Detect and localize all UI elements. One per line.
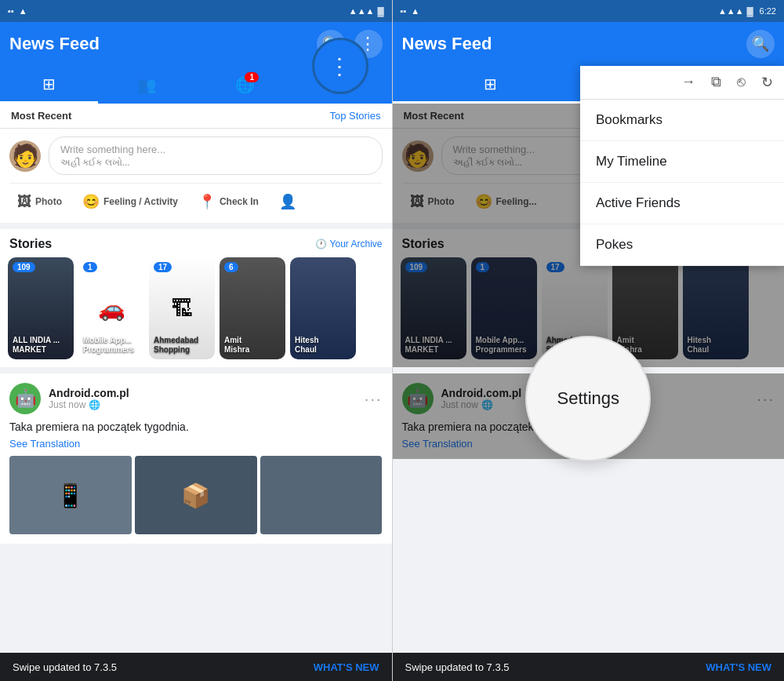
sim-icon: ▪▪: [8, 6, 14, 16]
feed-filter-top-stories[interactable]: Top Stories: [329, 110, 380, 122]
left-bottom-bar: Swipe updated to 7.3.5 WHAT'S NEW: [0, 653, 392, 681]
share-icon[interactable]: ⎋: [737, 74, 746, 91]
right-search-button[interactable]: 🔍: [746, 30, 775, 58]
story-2-image: 🚗: [98, 296, 125, 322]
story-label-5: HiteshChaul: [295, 336, 319, 355]
dropdown-item-bookmarks[interactable]: Bookmarks: [580, 100, 784, 141]
story-card-2[interactable]: 1 Mobile App...Programmers 🚗: [78, 257, 144, 359]
story-label-1: ALL INDIA ...MARKET: [13, 336, 60, 355]
post-author-details: Android.com.pl Just now 🌐: [49, 387, 129, 410]
photo-button[interactable]: 🖼 Photo: [9, 188, 70, 215]
nav-tab-friends[interactable]: 👥: [98, 66, 196, 104]
post-header-1: 🤖 Android.com.pl Just now 🌐 ···: [9, 383, 383, 414]
story-label-2: Mobile App...Programmers: [83, 336, 134, 355]
checkin-label: Check In: [220, 196, 259, 207]
right-story-label-5: HiteshChaul: [688, 336, 712, 355]
story-card-1[interactable]: 109 ALL INDIA ...MARKET: [8, 257, 74, 359]
story-label-4: AmitMishra: [224, 336, 249, 355]
story-3-image: 🏗: [171, 296, 193, 322]
dropdown-item-active-friends[interactable]: Active Friends: [580, 183, 784, 224]
feed-filter-most-recent[interactable]: Most Recent: [11, 110, 71, 122]
feeling-activity-button[interactable]: 😊 Feeling / Activity: [74, 188, 186, 215]
right-story-badge-2: 1: [476, 262, 490, 272]
left-app-title: News Feed: [9, 34, 100, 54]
right-whats-new-button[interactable]: WHAT'S NEW: [706, 661, 771, 673]
post-time: Just now: [49, 399, 85, 410]
stories-section: Stories 🕐 Your Archive 109 ALL INDIA ...…: [0, 229, 392, 367]
copy-icon[interactable]: ⧉: [711, 74, 721, 91]
settings-highlight-circle[interactable]: Settings: [525, 336, 651, 461]
post-author-name[interactable]: Android.com.pl: [49, 387, 129, 399]
post-card-1: 🤖 Android.com.pl Just now 🌐 ··· Taka pre…: [0, 373, 392, 544]
tag-button[interactable]: 👤: [271, 188, 304, 215]
photo-label: Photo: [35, 196, 62, 207]
your-archive-link[interactable]: 🕐 Your Archive: [315, 239, 383, 249]
post-more-button[interactable]: ···: [365, 390, 383, 408]
stories-scroll-container: 109 ALL INDIA ...MARKET 1 Mobile App...P…: [0, 257, 392, 359]
story-badge-3: 17: [154, 262, 172, 272]
friends-icon: 👥: [137, 75, 157, 94]
right-avatar-image: 🧑: [404, 143, 431, 169]
right-story-5: HiteshChaul: [683, 257, 749, 359]
story-card-5[interactable]: HiteshChaul: [290, 257, 356, 359]
post-text: Taka premiera na początek tygodnia.: [9, 421, 383, 433]
archive-label: Your Archive: [330, 239, 383, 249]
right-network-icon: ▲▲▲: [718, 6, 744, 16]
forward-icon[interactable]: →: [681, 74, 695, 91]
dropdown-browser-actions: → ⧉ ⎋ ↻: [580, 66, 784, 100]
dropdown-item-my-timeline[interactable]: My Timeline: [580, 141, 784, 183]
post-meta: Just now 🌐: [49, 399, 129, 410]
feeling-icon: 😊: [82, 193, 100, 210]
check-in-button[interactable]: 📍 Check In: [191, 188, 267, 215]
right-story-4: AmitMishra: [612, 257, 678, 359]
story-label-3: AhmedabadShopping: [154, 336, 198, 355]
menu-highlight-circle: ⋮: [312, 38, 368, 94]
right-photo-icon: 🖼: [410, 194, 424, 210]
refresh-icon[interactable]: ↻: [761, 74, 773, 91]
post-images: 📱 📦: [9, 456, 383, 534]
globe-badge: 1: [245, 72, 259, 82]
right-sim-icon: ▪▪: [401, 6, 407, 16]
post-thumb-1: 📱: [9, 456, 132, 534]
post-audience-icon: 🌐: [89, 399, 100, 410]
right-app-title: News Feed: [402, 34, 492, 54]
feed-filter-bar: Most Recent Top Stories: [0, 104, 392, 129]
left-panel-content: Most Recent Top Stories 🧑 Write somethin…: [0, 104, 392, 681]
signal-icon: ▲▲▲: [349, 6, 375, 16]
right-battery-icon: ▓: [747, 6, 753, 16]
right-status-bar: ▪▪ ▲ ▲▲▲ ▓ 6:22: [393, 0, 785, 22]
newsfeed-icon: ⊞: [42, 75, 56, 93]
status-bar-left-icons: ▪▪ ▲: [8, 6, 27, 16]
active-friends-label: Active Friends: [596, 195, 681, 210]
right-feeling-label: Feeling...: [496, 196, 537, 207]
settings-circle-label: Settings: [557, 388, 620, 409]
see-translation-link[interactable]: See Translation: [9, 438, 383, 450]
story-card-3[interactable]: 17 AhmedabadShopping 🏗: [149, 257, 215, 359]
right-story-label-1: ALL INDIA ...MARKET: [405, 336, 452, 355]
right-phone-panel: ▪▪ ▲ ▲▲▲ ▓ 6:22 News Feed 🔍 ⊞ 👥 → ⧉ ⎋ ↻: [393, 0, 785, 681]
composer-input-field[interactable]: Write something here... અહીં કઈક લખો...: [49, 137, 383, 175]
right-user-avatar: 🧑: [402, 140, 434, 172]
story-badge-1: 109: [13, 262, 35, 272]
left-whats-new-button[interactable]: WHAT'S NEW: [314, 661, 379, 673]
post-author-avatar: 🤖: [9, 383, 41, 414]
story-card-4[interactable]: 6 AmitMishra: [220, 257, 285, 359]
composer-placeholder-en: Write something here...: [60, 144, 165, 155]
status-bar-right-icons: ▲▲▲ ▓: [349, 6, 384, 16]
post-composer: 🧑 Write something here... અહીં કઈક લખો..…: [0, 129, 392, 229]
dropdown-item-pokes[interactable]: Pokes: [580, 224, 784, 266]
nav-tab-newsfeed[interactable]: ⊞: [0, 66, 98, 104]
post-author-info: 🤖 Android.com.pl Just now 🌐: [9, 383, 129, 414]
right-nav-tab-newsfeed[interactable]: ⊞: [393, 66, 589, 104]
right-story-badge-1: 109: [405, 262, 428, 272]
post-thumb-2: 📦: [135, 456, 257, 534]
right-post-avatar: 🤖: [402, 383, 434, 414]
nav-tab-globe[interactable]: 🌐 1: [196, 66, 294, 104]
right-story-1: 109 ALL INDIA ...MARKET: [401, 257, 466, 359]
right-status-right: ▲▲▲ ▓ 6:22: [718, 6, 776, 16]
post-thumb-3: [260, 456, 383, 534]
right-story-label-2: Mobile App...Programmers: [476, 336, 527, 355]
right-feed-filter-most-recent: Most Recent: [404, 110, 464, 122]
right-post-author: 🤖 Android.com.pl Just now 🌐: [402, 383, 522, 414]
right-feeling-icon: 😊: [475, 193, 492, 210]
